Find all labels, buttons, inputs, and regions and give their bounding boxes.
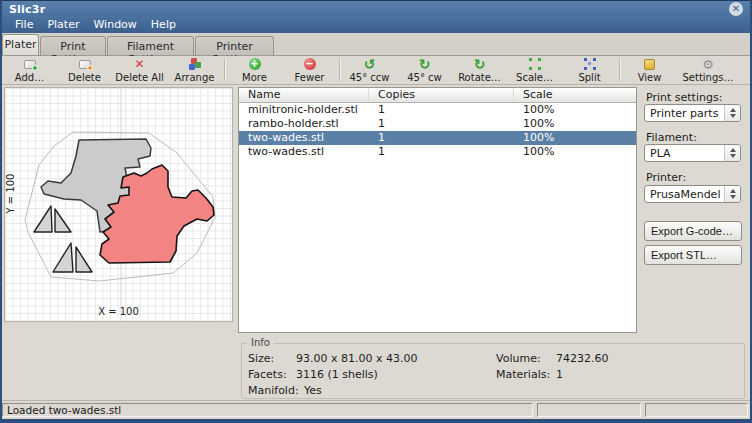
split-button[interactable]: Split (562, 56, 617, 84)
arrange-button[interactable]: Arrange (167, 56, 222, 84)
fewer-icon: − (304, 58, 316, 71)
facets-value: 3116 (1 shells) (296, 368, 378, 381)
toolbar-separator (619, 59, 620, 81)
object-two-wades[interactable] (53, 243, 92, 272)
filament-label: Filament: (646, 131, 697, 144)
object-rambo-holder[interactable] (34, 206, 71, 232)
menu-bar: File Plater Window Help (0, 17, 183, 33)
arrange-icon (188, 58, 202, 71)
delete-button[interactable]: Delete (57, 56, 112, 84)
more-icon: + (249, 58, 261, 71)
menu-window[interactable]: Window (86, 17, 143, 33)
rotate-cw-button[interactable]: ↻ 45° cw (397, 56, 452, 84)
export-gcode-button[interactable]: Export G-code… (644, 221, 742, 241)
status-bar: Loaded two-wades.stl (0, 400, 752, 419)
spinner-icon[interactable] (724, 105, 740, 121)
info-fieldset: Info Size: 93.00 x 81.00 x 43.00 Volume:… (241, 343, 745, 399)
status-message: Loaded two-wades.stl (2, 403, 533, 417)
table-row[interactable]: two-wades.stl 1 100% (239, 145, 636, 159)
settings-gear-icon: ⚙ (702, 58, 714, 71)
add-button[interactable]: Add… (2, 56, 57, 84)
x-axis-label: X = 100 (5, 306, 232, 317)
rotate-ccw-icon: ↺ (364, 58, 376, 71)
y-axis-label: Y = 100 (5, 164, 16, 224)
toolbar-separator (339, 59, 340, 81)
size-label: Size: (248, 352, 274, 365)
table-row[interactable]: rambo-holder.stl 1 100% (239, 117, 636, 131)
export-stl-button[interactable]: Export STL… (644, 245, 742, 265)
print-settings-select[interactable]: Printer parts (644, 104, 741, 122)
spinner-icon[interactable] (724, 145, 740, 161)
rotate-icon: ↻ (474, 58, 486, 71)
materials-value: 1 (556, 368, 563, 381)
column-header-name[interactable]: Name (239, 88, 369, 102)
column-header-copies[interactable]: Copies (369, 88, 514, 102)
menu-file[interactable]: File (8, 17, 40, 33)
manifold-label: Manifold: (248, 384, 299, 397)
title-bar: Slic3r ✕ File Plater Window Help (0, 0, 752, 33)
toolbar-separator (224, 59, 225, 81)
split-icon (584, 58, 596, 71)
object-list-header: Name Copies Scale (239, 88, 636, 103)
facets-label: Facets: (248, 368, 287, 381)
plate-objects (5, 88, 234, 323)
plate-canvas[interactable]: Y = 100 X = 100 (4, 87, 233, 322)
printer-select[interactable]: PrusaMendel C (644, 185, 741, 203)
status-panel-2 (537, 403, 641, 417)
delete-all-icon: ✕ (134, 58, 144, 71)
table-row[interactable]: minitronic-holder.stl 1 100% (239, 103, 636, 117)
view-icon (644, 58, 655, 71)
scale-button[interactable]: Scale… (507, 56, 562, 84)
table-row-selected[interactable]: two-wades.stl 1 100% (239, 131, 636, 145)
rotate-ccw-button[interactable]: ↺ 45° ccw (342, 56, 397, 84)
rotate-cw-icon: ↻ (419, 58, 431, 71)
print-settings-label: Print settings: (646, 91, 722, 104)
tab-print-settings[interactable]: Print Settings (40, 36, 106, 55)
filament-select[interactable]: PLA (644, 144, 741, 162)
object-list: Name Copies Scale minitronic-holder.stl … (238, 87, 637, 333)
settings-button[interactable]: ⚙ Settings… (677, 56, 739, 84)
tab-filament-settings[interactable]: Filament Settings (107, 36, 194, 55)
tab-printer-settings[interactable]: Printer Settings (195, 36, 274, 55)
slic3r-window: Slic3r ✕ File Plater Window Help Plater … (0, 0, 752, 423)
delete-all-button[interactable]: ✕ Delete All (112, 56, 167, 84)
rotate-button[interactable]: ↻ Rotate… (452, 56, 507, 84)
spinner-icon[interactable] (724, 186, 740, 202)
volume-label: Volume: (496, 352, 541, 365)
materials-label: Materials: (496, 368, 550, 381)
status-panel-3 (645, 403, 748, 417)
window-title: Slic3r (9, 3, 45, 16)
delete-icon (79, 58, 91, 71)
close-icon[interactable]: ✕ (729, 2, 743, 16)
info-legend: Info (247, 337, 274, 348)
volume-value: 74232.60 (556, 352, 609, 365)
manifold-value: Yes (304, 384, 322, 397)
tab-plater[interactable]: Plater (2, 34, 39, 55)
printer-label: Printer: (646, 171, 686, 184)
toolbar: Add… Delete ✕ Delete All Arrange + More … (0, 56, 752, 85)
more-button[interactable]: + More (227, 56, 282, 84)
scale-icon (529, 58, 541, 71)
menu-help[interactable]: Help (144, 17, 183, 33)
menu-plater[interactable]: Plater (40, 17, 86, 33)
add-icon (24, 58, 36, 71)
fewer-button[interactable]: − Fewer (282, 56, 337, 84)
column-header-scale[interactable]: Scale (514, 88, 636, 102)
view-button[interactable]: View (622, 56, 677, 84)
tab-bar: Plater Print Settings Filament Settings … (0, 33, 752, 56)
size-value: 93.00 x 81.00 x 43.00 (296, 352, 417, 365)
